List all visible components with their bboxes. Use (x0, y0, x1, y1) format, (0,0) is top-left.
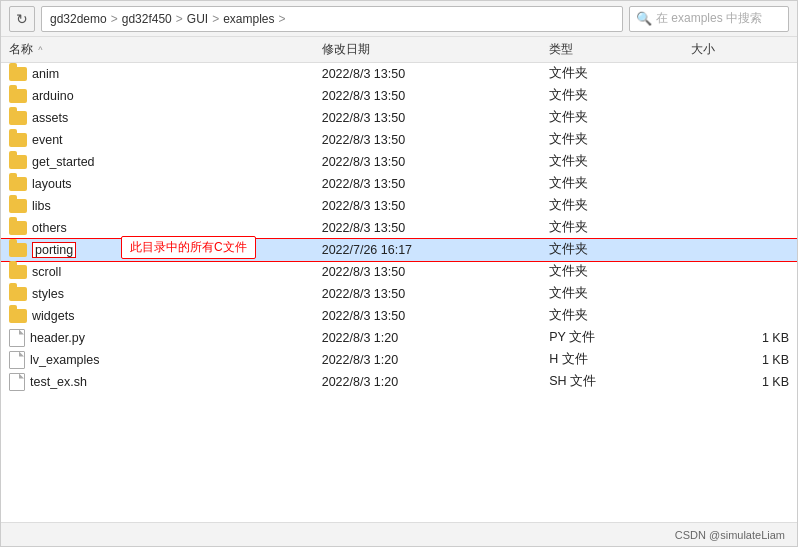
file-date: 2022/8/3 1:20 (314, 327, 541, 349)
file-date: 2022/8/3 13:50 (314, 107, 541, 129)
file-date: 2022/8/3 13:50 (314, 129, 541, 151)
file-name-label: get_started (32, 155, 95, 169)
file-name-cell: others (1, 217, 314, 239)
search-box[interactable]: 🔍 在 examples 中搜索 (629, 6, 789, 32)
breadcrumb-sep-3: > (212, 12, 219, 26)
breadcrumb-item-gd32demo[interactable]: gd32demo (50, 12, 107, 26)
table-row[interactable]: test_ex.sh2022/8/3 1:20SH 文件1 KB (1, 371, 797, 393)
breadcrumb-sep-1: > (111, 12, 118, 26)
file-type: 文件夹 (541, 283, 683, 305)
file-size (683, 195, 797, 217)
breadcrumb-sep-2: > (176, 12, 183, 26)
status-bar: CSDN @simulateLiam (1, 522, 797, 546)
file-name-cell: event (1, 129, 314, 151)
breadcrumb-sep-4: > (279, 12, 286, 26)
table-row[interactable]: scroll2022/8/3 13:50文件夹 (1, 261, 797, 283)
table-row[interactable]: arduino2022/8/3 13:50文件夹 (1, 85, 797, 107)
file-date: 2022/8/3 13:50 (314, 85, 541, 107)
file-type: H 文件 (541, 349, 683, 371)
file-name-label: header.py (30, 331, 85, 345)
file-type: 文件夹 (541, 195, 683, 217)
file-name-label: event (32, 133, 63, 147)
col-header-size[interactable]: 大小 (683, 37, 797, 63)
file-name-cell: lv_examples (1, 349, 314, 371)
folder-icon (9, 89, 27, 103)
file-type: 文件夹 (541, 85, 683, 107)
sh-file-icon (9, 373, 25, 391)
file-type: 文件夹 (541, 261, 683, 283)
file-type: 文件夹 (541, 129, 683, 151)
refresh-button[interactable]: ↻ (9, 6, 35, 32)
file-size: 1 KB (683, 349, 797, 371)
file-size (683, 63, 797, 85)
file-name-cell: porting (1, 239, 314, 261)
main-area: 名称 ^ 修改日期 类型 大小 anim2022/8/3 13:50文件夹ard… (1, 37, 797, 522)
file-name-label: others (32, 221, 67, 235)
table-row[interactable]: widgets2022/8/3 13:50文件夹 (1, 305, 797, 327)
table-row[interactable]: assets2022/8/3 13:50文件夹 (1, 107, 797, 129)
file-name-cell: get_started (1, 151, 314, 173)
file-size (683, 217, 797, 239)
file-type: 文件夹 (541, 239, 683, 261)
py-file-icon (9, 329, 25, 347)
window: ↻ gd32demo > gd32f450 > GUI > examples >… (0, 0, 798, 547)
file-date: 2022/8/3 13:50 (314, 195, 541, 217)
table-row[interactable]: porting2022/7/26 16:17文件夹 (1, 239, 797, 261)
folder-icon (9, 133, 27, 147)
table-row[interactable]: styles2022/8/3 13:50文件夹 (1, 283, 797, 305)
file-name-label: styles (32, 287, 64, 301)
file-name-label: porting (32, 242, 76, 258)
file-date: 2022/8/3 13:50 (314, 173, 541, 195)
file-date: 2022/8/3 13:50 (314, 261, 541, 283)
status-text: CSDN @simulateLiam (675, 529, 785, 541)
breadcrumb-item-gd32f450[interactable]: gd32f450 (122, 12, 172, 26)
file-name-cell: layouts (1, 173, 314, 195)
file-date: 2022/8/3 1:20 (314, 371, 541, 393)
file-name-label: layouts (32, 177, 72, 191)
breadcrumb[interactable]: gd32demo > gd32f450 > GUI > examples > (41, 6, 623, 32)
file-name-label: arduino (32, 89, 74, 103)
file-date: 2022/7/26 16:17 (314, 239, 541, 261)
table-row[interactable]: get_started2022/8/3 13:50文件夹 (1, 151, 797, 173)
file-type: 文件夹 (541, 173, 683, 195)
file-type: PY 文件 (541, 327, 683, 349)
folder-icon (9, 243, 27, 257)
table-row[interactable]: header.py2022/8/3 1:20PY 文件1 KB (1, 327, 797, 349)
file-name-label: widgets (32, 309, 74, 323)
file-size (683, 85, 797, 107)
breadcrumb-item-gui[interactable]: GUI (187, 12, 208, 26)
file-type: 文件夹 (541, 151, 683, 173)
col-header-name[interactable]: 名称 ^ (1, 37, 314, 63)
table-row[interactable]: others2022/8/3 13:50文件夹 (1, 217, 797, 239)
file-date: 2022/8/3 13:50 (314, 217, 541, 239)
file-size: 1 KB (683, 327, 797, 349)
col-header-date[interactable]: 修改日期 (314, 37, 541, 63)
breadcrumb-item-examples[interactable]: examples (223, 12, 274, 26)
folder-icon (9, 155, 27, 169)
table-row[interactable]: libs2022/8/3 13:50文件夹 (1, 195, 797, 217)
file-type: 文件夹 (541, 305, 683, 327)
table-row[interactable]: lv_examples2022/8/3 1:20H 文件1 KB (1, 349, 797, 371)
file-size (683, 305, 797, 327)
h-file-icon (9, 351, 25, 369)
file-table: 名称 ^ 修改日期 类型 大小 anim2022/8/3 13:50文件夹ard… (1, 37, 797, 393)
file-list-container[interactable]: 名称 ^ 修改日期 类型 大小 anim2022/8/3 13:50文件夹ard… (1, 37, 797, 522)
search-placeholder: 在 examples 中搜索 (656, 10, 762, 27)
table-row[interactable]: event2022/8/3 13:50文件夹 (1, 129, 797, 151)
file-size (683, 151, 797, 173)
file-name-cell: libs (1, 195, 314, 217)
col-header-type[interactable]: 类型 (541, 37, 683, 63)
table-row[interactable]: anim2022/8/3 13:50文件夹 (1, 63, 797, 85)
folder-icon (9, 199, 27, 213)
file-date: 2022/8/3 13:50 (314, 283, 541, 305)
table-row[interactable]: layouts2022/8/3 13:50文件夹 (1, 173, 797, 195)
address-bar: ↻ gd32demo > gd32f450 > GUI > examples >… (1, 1, 797, 37)
file-name-cell: arduino (1, 85, 314, 107)
file-name-label: anim (32, 67, 59, 81)
file-name-cell: widgets (1, 305, 314, 327)
file-name-cell: styles (1, 283, 314, 305)
file-name-label: test_ex.sh (30, 375, 87, 389)
folder-icon (9, 177, 27, 191)
file-size (683, 173, 797, 195)
file-name-cell: scroll (1, 261, 314, 283)
